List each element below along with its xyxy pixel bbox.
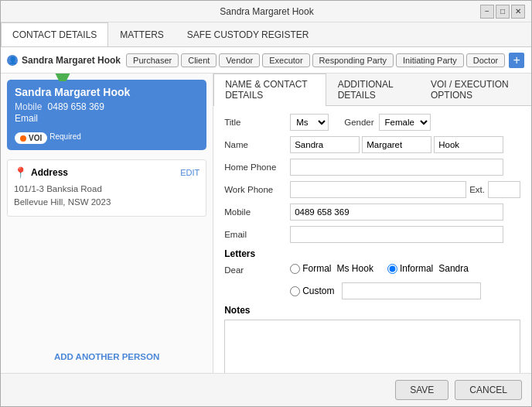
badge-purchaser[interactable]: Purchaser (126, 53, 179, 67)
bottom-bar: SAVE CANCEL (1, 373, 531, 406)
notes-textarea[interactable] (224, 320, 520, 373)
home-phone-label: Home Phone (224, 162, 290, 172)
right-tab-bar: NAME & CONTACT DETAILS ADDITIONAL DETAIL… (213, 74, 531, 106)
close-button[interactable]: ✕ (511, 5, 525, 19)
maximize-button[interactable]: □ (496, 5, 510, 19)
location-icon: 📍 (14, 166, 27, 179)
middle-name-input[interactable] (362, 136, 431, 153)
ext-input[interactable] (488, 181, 520, 198)
informal-radio-item: Informal Sandra (387, 263, 469, 274)
gender-select[interactable]: Female Male Other (379, 114, 431, 131)
tab-additional[interactable]: ADDITIONAL DETAILS (326, 74, 419, 105)
custom-dear-input[interactable] (342, 282, 481, 299)
work-phone-ext-row: Ext. (290, 181, 520, 198)
save-button[interactable]: SAVE (395, 380, 448, 400)
dear-label: Dear (224, 265, 290, 275)
voi-section: VOI Required (15, 128, 199, 144)
cancel-button[interactable]: CANCEL (455, 380, 522, 400)
formal-radio[interactable] (290, 264, 300, 274)
notes-title: Notes (224, 305, 520, 316)
title-gender-row: Title Ms Mr Mrs Dr Prof Gender Female Ma… (224, 114, 520, 131)
window-controls: − □ ✕ (480, 5, 525, 19)
mobile-row: Mobile (224, 204, 520, 221)
tab-matters[interactable]: MATTERS (108, 22, 175, 46)
main-content: Sandra Margaret Hook Mobile 0489 658 369… (1, 74, 531, 373)
person-card-wrapper: Sandra Margaret Hook Mobile 0489 658 369… (1, 74, 213, 156)
badge-doctor[interactable]: Doctor (466, 53, 505, 67)
custom-row: Custom (224, 282, 520, 299)
address-title: 📍 Address (14, 166, 68, 179)
informal-radio[interactable] (387, 264, 397, 274)
home-phone-input[interactable] (290, 159, 503, 176)
email-row: Email (224, 226, 520, 243)
name-row: Name (224, 136, 520, 153)
minimize-button[interactable]: − (480, 5, 494, 19)
left-panel: Sandra Margaret Hook Mobile 0489 658 369… (1, 74, 213, 373)
email-label: Email (224, 230, 290, 239)
tab-safe-custody[interactable]: SAFE CUSTODY REGISTER (176, 22, 321, 46)
title-label: Title (224, 118, 290, 127)
custom-radio-item: Custom (290, 282, 480, 299)
tab-name-contact[interactable]: NAME & CONTACT DETAILS (213, 74, 326, 106)
gender-label: Gender (344, 118, 373, 127)
title-select[interactable]: Ms Mr Mrs Dr Prof (290, 114, 329, 131)
window-title: Sandra Margaret Hook (53, 6, 480, 17)
badge-vendor[interactable]: Vendor (219, 53, 260, 67)
letters-section: Letters Dear Formal Ms Hook Informal (224, 248, 520, 299)
title-bar: Sandra Margaret Hook − □ ✕ (1, 1, 531, 22)
last-name-input[interactable] (434, 136, 503, 153)
name-inputs (290, 136, 520, 153)
badge-responding-party[interactable]: Responding Party (312, 53, 394, 67)
main-window: Sandra Margaret Hook − □ ✕ CONTACT DETAI… (0, 0, 532, 407)
letters-title: Letters (224, 248, 520, 259)
top-tab-bar: CONTACT DETAILS MATTERS SAFE CUSTODY REG… (1, 22, 531, 47)
mobile-input[interactable] (290, 204, 503, 221)
work-phone-label: Work Phone (224, 185, 290, 194)
voi-badge: VOI (15, 132, 47, 144)
work-phone-row: Work Phone Ext. (224, 181, 520, 198)
person-card-name: Sandra Margaret Hook (15, 86, 199, 98)
person-card[interactable]: Sandra Margaret Hook Mobile 0489 658 369… (7, 80, 206, 150)
formal-radio-item: Formal Ms Hook (290, 263, 373, 274)
party-tag-icon: 👤 (7, 55, 18, 66)
person-email-detail: Email (15, 113, 199, 124)
badge-executor[interactable]: Executor (262, 53, 309, 67)
add-another-person-button[interactable]: ADD ANOTHER PERSON (1, 340, 213, 373)
first-name-input[interactable] (290, 136, 360, 153)
dear-options: Formal Ms Hook Informal Sandra (290, 263, 469, 274)
edit-address-link[interactable]: EDIT (180, 168, 200, 177)
person-mobile-detail: Mobile 0489 658 369 (15, 101, 199, 112)
work-phone-input[interactable] (290, 181, 466, 198)
email-input[interactable] (290, 226, 503, 243)
tab-contact-details[interactable]: CONTACT DETAILS (1, 22, 108, 46)
add-party-button[interactable]: + (509, 53, 524, 68)
address-line2: Bellevue Hill, NSW 2023 (14, 196, 200, 209)
name-label: Name (224, 140, 290, 149)
notes-section: Notes (224, 305, 520, 373)
right-panel: NAME & CONTACT DETAILS ADDITIONAL DETAIL… (213, 74, 531, 373)
address-section: 📍 Address EDIT 101/1-3 Banksia Road Bell… (7, 159, 206, 217)
dear-row: Dear Formal Ms Hook Informal Sandra (224, 263, 520, 277)
gender-row: Gender Female Male Other (344, 114, 430, 131)
badge-initiating-party[interactable]: Initiating Party (396, 53, 464, 67)
party-bar: 👤 Sandra Margaret Hook Purchaser Client … (1, 47, 531, 74)
ext-label: Ext. (469, 185, 485, 194)
badge-client[interactable]: Client (181, 53, 217, 67)
tab-voi-execution[interactable]: VOI / EXECUTION OPTIONS (419, 74, 531, 105)
home-phone-row: Home Phone (224, 159, 520, 176)
party-name: 👤 Sandra Margaret Hook (7, 55, 121, 66)
address-line1: 101/1-3 Banksia Road (14, 183, 200, 196)
mobile-label: Mobile (224, 207, 290, 217)
address-header: 📍 Address EDIT (14, 166, 200, 179)
custom-radio[interactable] (290, 286, 300, 296)
voi-dot (20, 135, 26, 142)
form-area: Title Ms Mr Mrs Dr Prof Gender Female Ma… (213, 106, 531, 373)
